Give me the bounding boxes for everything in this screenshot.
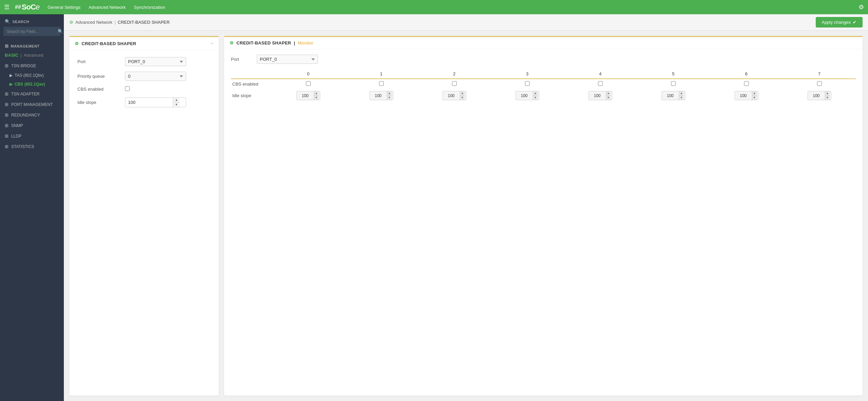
cbs-enabled-checkbox[interactable] [125, 86, 130, 91]
monitor-idle-slope-down-3[interactable]: ▼ [533, 95, 538, 100]
sidebar-item-tas[interactable]: ▶ TAS (802.1Qbv) [0, 71, 64, 80]
priority-queue-select[interactable]: 0 1 2 3 4 5 6 7 [125, 72, 186, 81]
monitor-idle-slope-input-4[interactable] [589, 92, 606, 99]
content-area: ⚙ Advanced Network | CREDIT-BASED SHAPER… [64, 14, 868, 401]
search-input[interactable] [7, 29, 58, 34]
menu-button[interactable]: ☰ [4, 3, 10, 11]
nav-general-settings[interactable]: General Settings [48, 5, 80, 10]
monitor-col-7: 7 [783, 69, 856, 79]
monitor-idle-slope-down-5[interactable]: ▼ [679, 95, 684, 100]
monitor-idle-slope-4: ▲▼ [564, 89, 637, 102]
monitor-title-text: CREDIT-BASED SHAPER [236, 40, 291, 45]
monitor-cbs-enabled-label: CBS enabled [231, 79, 272, 89]
config-title-text: CREDIT-BASED SHAPER [82, 41, 136, 46]
sidebar-item-redundancy[interactable]: ⊞ REDUNDANCY [0, 110, 64, 120]
monitor-col-5: 5 [637, 69, 710, 79]
basic-mode-button[interactable]: BASIC [5, 53, 18, 58]
breadcrumb-current: CREDIT-BASED SHAPER [118, 20, 170, 25]
redundancy-icon: ⊞ [5, 112, 8, 117]
sidebar-item-snmp[interactable]: ⊞ SNMP [0, 120, 64, 131]
sidebar-item-port-management[interactable]: ⊞ PORT MANAGEMENT [0, 99, 64, 110]
idle-slope-down-button[interactable]: ▼ [173, 102, 180, 107]
sidebar-item-statistics[interactable]: ⊞ STATISTICS [0, 141, 64, 152]
monitor-idle-slope-down-0[interactable]: ▼ [314, 95, 319, 100]
monitor-idle-slope-down-7[interactable]: ▼ [825, 95, 830, 100]
idle-slope-spinners: ▲ ▼ [173, 98, 180, 107]
apply-changes-label: Apply changes [822, 20, 851, 25]
monitor-idle-slope-up-1[interactable]: ▲ [387, 91, 392, 95]
cbs-monitor-card: ⚙ CREDIT-BASED SHAPER | Monitor Port POR… [224, 36, 863, 396]
monitor-idle-slope-input-6[interactable] [735, 92, 752, 99]
port-label: Port [77, 59, 125, 64]
monitor-port-select[interactable]: PORT_0 PORT_1 PORT_2 PORT_3 [257, 55, 318, 64]
advanced-mode-button[interactable]: Advanced [24, 53, 43, 58]
monitor-cbs-cb-6 [710, 79, 783, 89]
collapse-button[interactable]: − [210, 40, 213, 47]
monitor-cbs-checkbox-7[interactable] [817, 81, 822, 86]
monitor-cbs-checkbox-6[interactable] [744, 81, 749, 86]
monitor-cbs-checkbox-2[interactable] [452, 81, 457, 86]
cbs-config-title: ⚙ CREDIT-BASED SHAPER [75, 41, 136, 46]
monitor-idle-slope-up-3[interactable]: ▲ [533, 91, 538, 95]
idle-slope-input-wrap: ▲ ▼ [125, 97, 186, 107]
priority-queue-control: 0 1 2 3 4 5 6 7 [125, 72, 211, 81]
management-section: ⊞ MANAGEMENT [0, 39, 64, 50]
port-select[interactable]: PORT_0 PORT_1 PORT_2 PORT_3 [125, 57, 186, 66]
apply-changes-button[interactable]: Apply changes ✔ [816, 17, 863, 28]
apply-checkmark-icon: ✔ [853, 20, 856, 25]
monitor-idle-slope-7: ▲▼ [783, 89, 856, 102]
monitor-cbs-checkbox-1[interactable] [379, 81, 384, 86]
monitor-idle-slope-up-7[interactable]: ▲ [825, 91, 830, 95]
monitor-idle-slope-input-1[interactable] [370, 92, 387, 99]
snmp-label: SNMP [11, 123, 23, 128]
monitor-table: 0 1 2 3 4 5 6 7 [231, 69, 856, 102]
cbs-monitor-body: Port PORT_0 PORT_1 PORT_2 PORT_3 [224, 49, 863, 108]
top-nav: ☰ ## SoCe General Settings Advanced Netw… [0, 0, 868, 14]
monitor-idle-slope-input-2[interactable] [443, 92, 460, 99]
search-box: 🔍 [3, 27, 60, 36]
monitor-idle-slope-down-6[interactable]: ▼ [752, 95, 757, 100]
search-section-icon: 🔍 [5, 19, 11, 24]
breadcrumb-icon: ⚙ [69, 20, 73, 25]
monitor-cbs-checkbox-3[interactable] [525, 81, 530, 86]
sidebar-item-tsn-adapter[interactable]: ⊞ TSN ADAPTER [0, 89, 64, 99]
monitor-idle-slope-down-1[interactable]: ▼ [387, 95, 392, 100]
sidebar-item-cbs[interactable]: ▶ CBS (802.1Qav) [0, 80, 64, 89]
idle-slope-input[interactable] [125, 98, 173, 107]
nav-synchronization[interactable]: Synchronization [134, 5, 165, 10]
monitor-idle-slope-down-2[interactable]: ▼ [460, 95, 465, 100]
monitor-idle-slope-input-5[interactable] [662, 92, 679, 99]
monitor-idle-slope-input-0[interactable] [297, 92, 314, 99]
monitor-idle-slope-input-7[interactable] [808, 92, 825, 99]
monitor-separator: | [294, 40, 295, 45]
redundancy-label: REDUNDANCY [11, 113, 40, 117]
monitor-cbs-checkbox-0[interactable] [306, 81, 311, 86]
idle-slope-up-button[interactable]: ▲ [173, 98, 180, 102]
monitor-idle-slope-up-2[interactable]: ▲ [460, 91, 465, 95]
nav-advanced-network[interactable]: Advanced Network [89, 5, 126, 10]
monitor-idle-slope-up-0[interactable]: ▲ [314, 91, 319, 95]
sidebar-item-lldp[interactable]: ⊞ LLDP [0, 131, 64, 141]
monitor-cbs-checkbox-4[interactable] [598, 81, 603, 86]
main-layout: 🔍 MANAGEMENT SEARCH 🔍 ⊞ MANAGEMENT BASIC… [0, 14, 868, 401]
monitor-idle-slope-input-3[interactable] [516, 92, 533, 99]
monitor-idle-slope-down-4[interactable]: ▼ [606, 95, 611, 100]
monitor-idle-slope-up-6[interactable]: ▲ [752, 91, 757, 95]
priority-queue-label: Priority queue [77, 74, 125, 79]
breadcrumb: ⚙ Advanced Network | CREDIT-BASED SHAPER [69, 20, 170, 25]
cbs-monitor-card-header: ⚙ CREDIT-BASED SHAPER | Monitor [224, 37, 863, 49]
monitor-idle-slope-up-5[interactable]: ▲ [679, 91, 684, 95]
tas-expand-icon: ▶ [10, 73, 13, 78]
logo-brand: SoCe [22, 3, 39, 12]
tas-label: TAS (802.1Qbv) [15, 73, 44, 78]
sidebar-item-tsn-bridge[interactable]: ⊞ TSN BRIDGE [0, 60, 64, 71]
monitor-idle-slope-up-4[interactable]: ▲ [606, 91, 611, 95]
lldp-icon: ⊞ [5, 133, 8, 139]
monitor-idle-slope-row: Idle slope ▲▼ ▲▼ ▲▼ [231, 89, 856, 102]
settings-icon[interactable]: ⚙ [858, 3, 864, 11]
cbs-config-card: ⚙ CREDIT-BASED SHAPER − Port PORT_0 PORT… [69, 36, 219, 396]
monitor-gear-icon: ⚙ [230, 40, 234, 45]
monitor-cbs-cb-2 [418, 79, 491, 89]
monitor-cbs-checkbox-5[interactable] [671, 81, 676, 86]
cbs-enabled-row: CBS enabled [77, 86, 211, 92]
